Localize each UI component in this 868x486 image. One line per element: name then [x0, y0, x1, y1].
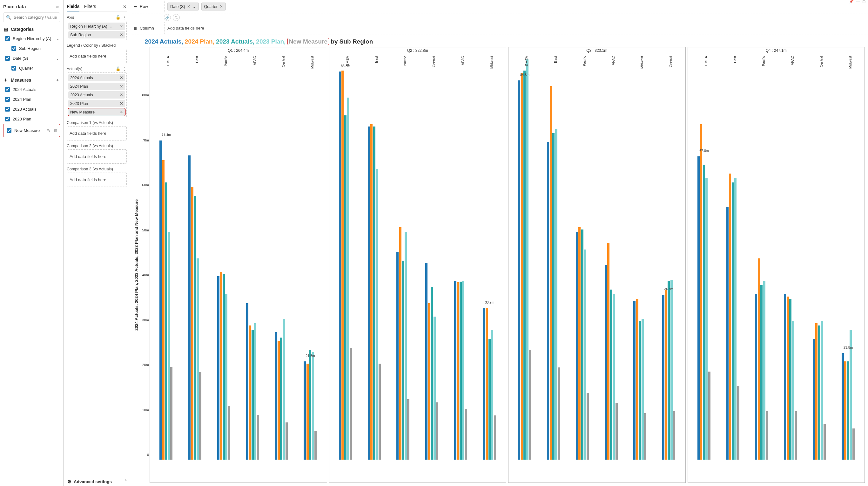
- bar[interactable]: [708, 372, 710, 460]
- actual-pill[interactable]: 2023 Plan✕: [68, 100, 125, 107]
- bar[interactable]: [668, 281, 670, 460]
- bar[interactable]: [518, 80, 520, 460]
- bar[interactable]: [252, 330, 254, 460]
- bar[interactable]: [760, 285, 763, 460]
- bar[interactable]: [399, 227, 401, 460]
- bar[interactable]: [436, 402, 438, 460]
- bar[interactable]: [766, 411, 768, 460]
- tab-filters[interactable]: Filters: [84, 2, 96, 11]
- bar[interactable]: [457, 282, 459, 460]
- bar[interactable]: [763, 281, 766, 460]
- bar[interactable]: [529, 350, 531, 460]
- close-icon[interactable]: ✕: [120, 101, 123, 106]
- bar[interactable]: [249, 325, 251, 460]
- bar[interactable]: [223, 274, 225, 460]
- bar[interactable]: [396, 252, 399, 460]
- category-item[interactable]: Sub Region: [3, 44, 60, 53]
- bar[interactable]: [344, 115, 346, 460]
- bar[interactable]: [705, 178, 708, 460]
- bar[interactable]: [304, 362, 306, 460]
- bar[interactable]: [368, 126, 370, 460]
- bar[interactable]: [824, 424, 826, 460]
- bar[interactable]: [314, 431, 317, 460]
- bar[interactable]: [639, 321, 641, 460]
- legend-drop-zone[interactable]: Add data fields here: [67, 49, 127, 63]
- more-icon[interactable]: ⋮: [123, 15, 127, 20]
- checkbox[interactable]: [11, 66, 16, 70]
- close-icon[interactable]: ✕: [120, 110, 123, 114]
- bar[interactable]: [170, 367, 173, 460]
- bar[interactable]: [605, 265, 607, 460]
- close-icon[interactable]: ✕: [120, 75, 123, 80]
- bar[interactable]: [729, 174, 731, 460]
- bar[interactable]: [350, 348, 352, 460]
- bar[interactable]: [278, 341, 280, 460]
- bar[interactable]: [813, 339, 815, 460]
- bar[interactable]: [370, 124, 373, 460]
- bar[interactable]: [246, 303, 248, 460]
- actual-pill[interactable]: 2024 Actuals✕: [68, 74, 125, 81]
- bar[interactable]: [703, 165, 705, 460]
- actual-pill[interactable]: 2023 Actuals✕: [68, 91, 125, 98]
- bar[interactable]: [196, 258, 199, 460]
- bar[interactable]: [700, 124, 702, 460]
- bar[interactable]: [726, 207, 728, 460]
- bar[interactable]: [188, 155, 191, 460]
- bar[interactable]: [491, 330, 493, 460]
- axis-drop-zone[interactable]: Region Hierarchy (A)⌄✕Sub Region✕: [67, 21, 127, 40]
- bar[interactable]: [613, 294, 615, 460]
- close-icon[interactable]: ✕: [120, 84, 123, 89]
- link-icon[interactable]: 🔗: [164, 14, 171, 21]
- row-chip[interactable]: Date (S)✕⌄: [167, 3, 199, 10]
- edit-icon[interactable]: ✎: [46, 128, 51, 133]
- bar[interactable]: [199, 372, 202, 460]
- bar[interactable]: [379, 364, 381, 460]
- bar[interactable]: [486, 308, 488, 460]
- close-icon[interactable]: ✕: [219, 4, 223, 9]
- bar[interactable]: [642, 319, 644, 460]
- bar[interactable]: [581, 229, 583, 460]
- bar[interactable]: [431, 287, 433, 460]
- bar[interactable]: [165, 182, 167, 460]
- checkbox[interactable]: [11, 46, 16, 51]
- bar[interactable]: [698, 156, 700, 460]
- checkbox[interactable]: [5, 56, 10, 61]
- bar[interactable]: [526, 59, 528, 460]
- bar[interactable]: [734, 178, 737, 460]
- axis-pill[interactable]: Region Hierarchy (A)⌄✕: [68, 23, 125, 30]
- close-icon[interactable]: ✕: [120, 92, 123, 97]
- collapse-left-icon[interactable]: «: [55, 4, 60, 9]
- maximize-icon[interactable]: ▢: [862, 0, 865, 3]
- close-fields-icon[interactable]: ✕: [123, 4, 127, 9]
- close-icon[interactable]: ✕: [120, 24, 123, 29]
- bar[interactable]: [275, 332, 277, 460]
- bar[interactable]: [552, 133, 555, 460]
- bar[interactable]: [607, 243, 610, 460]
- bar[interactable]: [847, 362, 849, 460]
- bar[interactable]: [460, 282, 462, 460]
- bar[interactable]: [821, 321, 823, 460]
- bar[interactable]: [550, 86, 552, 460]
- bar[interactable]: [673, 411, 675, 460]
- bar[interactable]: [795, 411, 797, 460]
- bar[interactable]: [425, 263, 428, 460]
- checkbox[interactable]: [5, 117, 10, 121]
- bar[interactable]: [587, 393, 589, 460]
- bar[interactable]: [159, 141, 162, 460]
- category-item[interactable]: Quarter: [3, 63, 60, 73]
- advanced-settings-button[interactable]: ⚙ Advanced settings ˄: [67, 479, 127, 484]
- more-icon[interactable]: ⋮: [123, 66, 127, 71]
- bar[interactable]: [307, 364, 309, 460]
- checkbox[interactable]: [5, 97, 10, 102]
- checkbox[interactable]: [5, 87, 10, 92]
- bar[interactable]: [818, 325, 820, 460]
- bar[interactable]: [815, 323, 817, 460]
- bar[interactable]: [792, 321, 794, 460]
- bar[interactable]: [662, 295, 664, 460]
- bar[interactable]: [784, 294, 786, 460]
- lock-icon[interactable]: 🔓: [116, 66, 121, 71]
- actuals-drop-zone[interactable]: 2024 Actuals✕2024 Plan✕2023 Actuals✕2023…: [67, 73, 127, 117]
- bar[interactable]: [789, 299, 792, 460]
- bar[interactable]: [665, 290, 667, 460]
- bar[interactable]: [558, 367, 560, 460]
